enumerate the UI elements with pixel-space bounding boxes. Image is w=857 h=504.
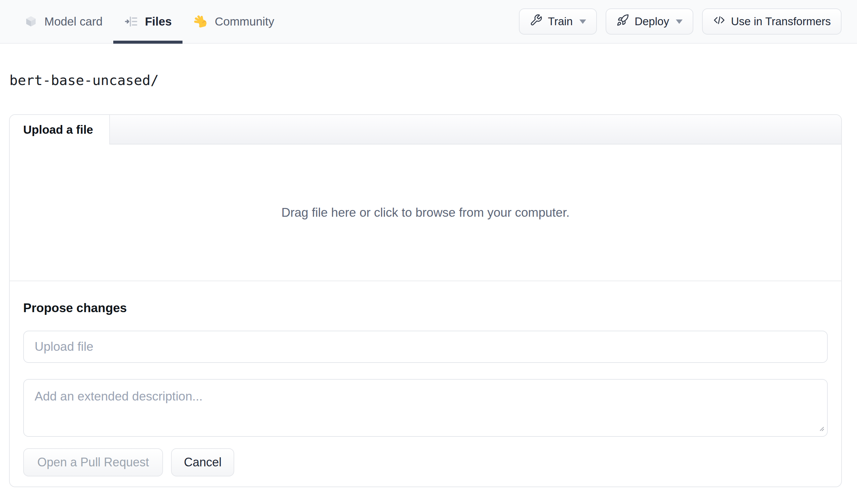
tab-community[interactable]: Community bbox=[183, 0, 285, 43]
use-in-transformers-label: Use in Transformers bbox=[731, 15, 831, 28]
upload-filename-input[interactable] bbox=[23, 331, 828, 363]
propose-changes-section: Propose changes Open a Pull Request Canc… bbox=[10, 281, 841, 486]
train-button-label: Train bbox=[548, 15, 573, 28]
waving-hand-icon bbox=[193, 14, 208, 29]
repo-nav-bar: Model card Files bbox=[0, 0, 857, 44]
file-dropzone[interactable]: Drag file here or click to browse from y… bbox=[10, 145, 841, 281]
deploy-button[interactable]: Deploy bbox=[606, 9, 693, 35]
tab-files[interactable]: Files bbox=[113, 0, 183, 43]
extended-description-textarea[interactable] bbox=[23, 379, 828, 437]
tab-model-card[interactable]: Model card bbox=[14, 0, 113, 43]
code-icon bbox=[713, 14, 726, 29]
tab-community-label: Community bbox=[215, 15, 274, 28]
list-tree-icon bbox=[124, 14, 138, 29]
wrench-icon bbox=[530, 14, 542, 29]
tab-model-card-label: Model card bbox=[44, 15, 102, 28]
chevron-down-icon bbox=[579, 19, 586, 24]
upload-a-file-tab[interactable]: Upload a file bbox=[10, 115, 110, 145]
tab-files-label: Files bbox=[145, 15, 172, 28]
chevron-down-icon bbox=[676, 19, 683, 24]
repo-tabs: Model card Files bbox=[14, 0, 285, 43]
cube-icon bbox=[24, 15, 38, 28]
repo-action-buttons: Train Deploy bbox=[519, 0, 842, 43]
form-actions-row: Open a Pull Request Cancel bbox=[23, 448, 828, 476]
upload-card: Upload a file Drag file here or click to… bbox=[9, 114, 842, 487]
deploy-button-label: Deploy bbox=[635, 15, 669, 28]
open-pull-request-button[interactable]: Open a Pull Request bbox=[23, 448, 163, 476]
dropzone-hint-text: Drag file here or click to browse from y… bbox=[281, 206, 570, 220]
description-field-wrapper bbox=[23, 379, 828, 437]
upload-card-tab-strip: Upload a file bbox=[10, 115, 841, 145]
rocket-icon bbox=[616, 14, 629, 29]
breadcrumb[interactable]: bert-base-uncased/ bbox=[10, 72, 857, 88]
tab-strip-filler bbox=[110, 115, 841, 145]
cancel-button[interactable]: Cancel bbox=[171, 448, 234, 476]
use-in-transformers-button[interactable]: Use in Transformers bbox=[702, 9, 842, 35]
train-button[interactable]: Train bbox=[519, 9, 597, 35]
propose-changes-heading: Propose changes bbox=[23, 301, 828, 316]
